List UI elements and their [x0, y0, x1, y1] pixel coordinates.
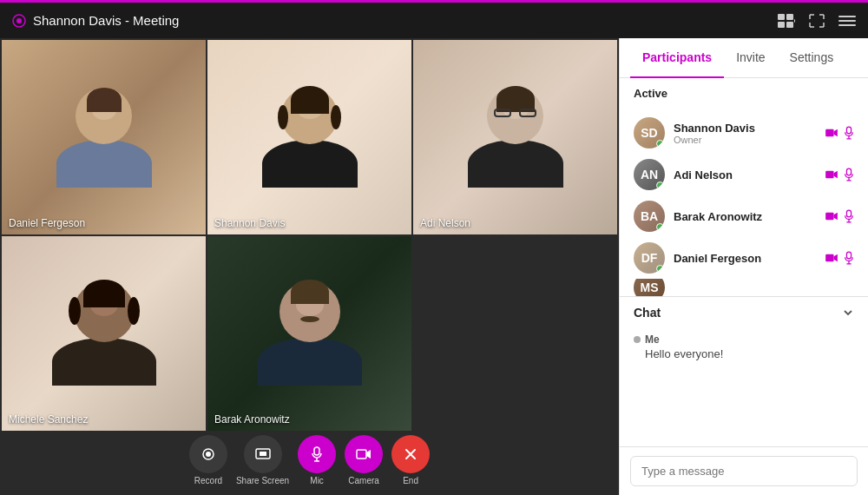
chat-chevron-icon[interactable] — [842, 307, 854, 319]
mic-button[interactable]: Mic — [298, 435, 336, 485]
active-section-header: Active — [620, 78, 868, 112]
participant-info-adi: Adi Nelson — [674, 168, 816, 182]
main-content: Daniel Fergeson Shannon Davis — [0, 38, 868, 495]
video-label-michele: Michele Sanchez — [9, 413, 88, 426]
chat-title: Chat — [634, 306, 661, 320]
participant-media-icons-barak — [825, 209, 854, 223]
video-overlay-barak — [207, 236, 411, 431]
svg-rect-2 — [778, 14, 785, 20]
video-cell-michele: Michele Sanchez — [2, 236, 206, 431]
online-dot-shannon — [656, 140, 664, 148]
chat-sender-1: Me — [634, 333, 854, 346]
mic-icon-daniel[interactable] — [844, 251, 854, 265]
participant-name-barak: Barak Aronowitz — [674, 210, 816, 223]
meeting-icon — [12, 14, 26, 28]
mic-icon — [311, 446, 323, 462]
participant-item-michele: MS — [620, 279, 868, 296]
record-button[interactable]: Record — [189, 435, 227, 485]
tab-settings[interactable]: Settings — [778, 38, 846, 78]
share-screen-button[interactable]: Share Screen — [236, 435, 289, 485]
mic-icon-adi[interactable] — [844, 168, 854, 182]
svg-rect-27 — [825, 213, 833, 221]
svg-rect-13 — [314, 447, 319, 455]
participant-list: SD Shannon Davis Owner AN — [620, 112, 868, 296]
top-bar-controls — [778, 14, 856, 28]
participant-name-shannon: Shannon Davis — [674, 122, 816, 135]
end-call-button[interactable]: End — [391, 435, 430, 485]
active-label: Active — [634, 87, 854, 100]
mic-label: Mic — [310, 476, 324, 485]
video-grid: Daniel Fergeson Shannon Davis — [0, 38, 619, 432]
video-icon-shannon[interactable] — [825, 128, 838, 138]
video-cell-daniel: Daniel Fergeson — [2, 40, 206, 234]
control-bar: Record Share Screen — [0, 432, 619, 495]
end-label: End — [403, 476, 418, 485]
svg-rect-32 — [846, 252, 851, 259]
tab-invite[interactable]: Invite — [724, 38, 777, 78]
chat-input-area — [620, 446, 868, 495]
svg-rect-4 — [778, 22, 785, 28]
participant-info-barak: Barak Aronowitz — [674, 210, 816, 223]
participant-name-adi: Adi Nelson — [674, 168, 816, 182]
expand-icon[interactable] — [809, 14, 825, 28]
mic-icon-circle — [298, 435, 336, 473]
svg-rect-23 — [825, 171, 833, 179]
svg-rect-3 — [786, 14, 793, 20]
svg-rect-19 — [825, 129, 833, 137]
meeting-title-area: Shannon Davis - Meeting — [12, 13, 179, 28]
video-icon-adi[interactable] — [825, 169, 838, 180]
svg-rect-8 — [838, 24, 856, 26]
online-dot-barak — [656, 223, 664, 231]
participant-media-icons-adi — [825, 168, 854, 182]
video-cell-shannon: Shannon Davis — [207, 40, 411, 234]
record-icon-circle — [189, 435, 227, 473]
chat-input[interactable] — [630, 456, 858, 486]
avatar-barak: BA — [634, 201, 665, 232]
share-screen-icon — [255, 448, 271, 460]
end-call-icon — [404, 448, 417, 460]
video-label-adi: Adi Nelson — [420, 217, 470, 229]
video-overlay-shannon — [207, 40, 411, 234]
tab-participants[interactable]: Participants — [630, 38, 724, 78]
video-label-barak: Barak Aronowitz — [214, 413, 290, 426]
mic-icon-barak[interactable] — [844, 209, 854, 223]
video-label-shannon: Shannon Davis — [214, 217, 285, 229]
online-dot-daniel — [656, 265, 664, 273]
mic-icon-shannon[interactable] — [844, 126, 854, 140]
chat-message-1: Me Hello everyone! — [634, 333, 854, 360]
grid-view-icon[interactable] — [778, 14, 795, 28]
video-icon-barak[interactable] — [825, 211, 838, 221]
video-cell-barak: Barak Aronowitz — [207, 236, 411, 431]
share-screen-icon-circle — [244, 435, 282, 473]
avatar-daniel: DF — [634, 242, 665, 274]
participant-item-shannon: SD Shannon Davis Owner — [620, 112, 868, 154]
participant-role-shannon: Owner — [674, 135, 816, 145]
sidebar-tabs: Participants Invite Settings — [620, 38, 868, 78]
chat-messages: Me Hello everyone! — [620, 327, 868, 446]
avatar-michele: MS — [634, 279, 665, 296]
participant-item-adi: AN Adi Nelson — [620, 154, 868, 195]
video-overlay-daniel — [2, 40, 206, 234]
camera-button[interactable]: Camera — [345, 435, 383, 485]
record-icon — [201, 447, 215, 461]
chat-section: Chat Me Hello everyone! — [620, 296, 868, 495]
svg-rect-5 — [786, 22, 793, 28]
chat-header: Chat — [620, 296, 868, 327]
avatar-adi: AN — [634, 159, 665, 190]
participant-info-shannon: Shannon Davis Owner — [674, 122, 816, 145]
svg-rect-31 — [825, 254, 833, 262]
video-overlay-adi — [413, 40, 617, 234]
svg-rect-12 — [260, 452, 266, 456]
participant-media-icons-shannon — [825, 126, 854, 140]
participant-item-daniel: DF Daniel Fergeson — [620, 237, 868, 279]
chat-text-1: Hello everyone! — [634, 347, 854, 360]
svg-rect-7 — [838, 20, 856, 22]
video-icon-daniel[interactable] — [825, 253, 838, 263]
svg-point-1 — [16, 18, 22, 23]
participant-media-icons-daniel — [825, 251, 854, 265]
camera-icon — [356, 448, 372, 460]
more-options-icon[interactable] — [838, 14, 856, 28]
sidebar: Participants Invite Settings Active SD — [619, 38, 868, 495]
share-screen-label: Share Screen — [236, 476, 289, 485]
svg-rect-6 — [838, 16, 856, 17]
